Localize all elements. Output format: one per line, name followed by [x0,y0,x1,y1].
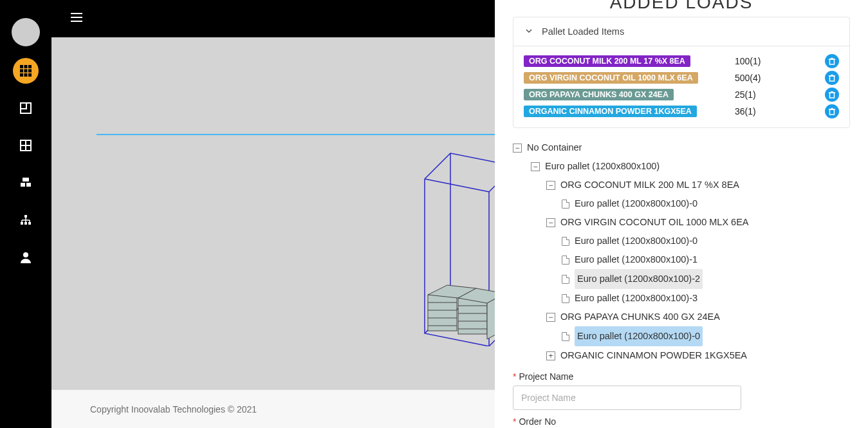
svg-rect-55 [830,93,835,98]
load-qty: 500(4) [735,73,818,83]
order-no-label: *Order No [513,416,850,427]
load-tag: ORG COCONUT MILK 200 ML 17 %X 8EA [524,55,690,67]
svg-rect-20 [28,222,31,225]
svg-rect-18 [21,222,23,225]
collapse-icon[interactable]: − [531,162,540,171]
svg-rect-14 [23,178,29,181]
project-name-input[interactable] [513,386,741,410]
svg-rect-10 [21,103,26,109]
svg-rect-58 [830,109,835,115]
collapse-icon[interactable]: − [513,144,522,153]
tree-node[interactable]: − ORG COCONUT MILK 200 ML 17 %X 8EA [513,176,850,194]
load-tag: ORGANIC CINNAMON POWDER 1KGX5EA [524,106,697,117]
load-tag: ORG PAPAYA CHUNKS 400 GX 24EA [524,89,674,100]
svg-rect-49 [830,59,835,64]
svg-rect-0 [20,65,23,68]
svg-rect-36 [428,295,457,331]
svg-rect-16 [26,183,31,187]
load-row: ORGANIC CINNAMON POWDER 1KGX5EA36(1) [524,103,839,120]
delete-load-button[interactable] [825,54,839,68]
delete-load-button[interactable] [825,88,839,102]
load-qty: 100(1) [735,56,818,66]
tree-node[interactable]: − Euro pallet (1200x800x100) [513,157,850,176]
svg-rect-19 [24,222,27,225]
tree-leaf[interactable]: Euro pallet (1200x800x100)-0 [513,326,850,346]
collapse-icon[interactable]: − [546,313,555,322]
load-row: ORG VIRGIN COCONUT OIL 1000 MLX 6EA500(4… [524,70,839,86]
collapse-icon[interactable]: − [546,181,555,190]
file-icon [562,275,569,284]
expand-icon[interactable]: + [546,351,555,360]
file-icon [562,256,569,265]
svg-rect-2 [28,65,32,68]
file-icon [562,294,569,303]
svg-rect-1 [24,65,28,68]
pallet-items-header[interactable]: Pallet Loaded Items [513,17,849,46]
tree-root[interactable]: − No Container [513,138,850,157]
delete-load-button[interactable] [825,71,839,85]
tree-leaf[interactable]: Euro pallet (1200x800x100)-3 [513,289,850,308]
section-header-text: Pallet Loaded Items [542,26,624,37]
file-icon [562,200,569,209]
nav-hierarchy-icon[interactable] [13,207,39,233]
svg-rect-17 [24,215,27,218]
tree-leaf[interactable]: Euro pallet (1200x800x100)-1 [513,250,850,269]
load-row: ORG PAPAYA CHUNKS 400 GX 24EA25(1) [524,86,839,103]
tree-node[interactable]: − ORG PAPAYA CHUNKS 400 GX 24EA [513,308,850,326]
svg-rect-6 [20,73,23,77]
nav-boxes-icon[interactable] [13,170,39,196]
svg-rect-15 [21,183,25,187]
added-loads-panel: ADDED LOADS Pallet Loaded Items ORG COCO… [495,0,868,428]
file-icon [562,332,569,341]
svg-line-34 [425,308,450,333]
tree-node[interactable]: + ORGANIC CINNAMON POWDER 1KGX5EA [513,346,850,365]
tree-leaf[interactable]: Euro pallet (1200x800x100)-0 [513,232,850,250]
project-name-label: *Project Name [513,371,850,382]
svg-rect-7 [24,73,28,77]
menu-toggle-icon[interactable] [69,10,84,27]
nav-user-icon[interactable] [13,245,39,270]
tree-leaf[interactable]: Euro pallet (1200x800x100)-2 [513,269,850,289]
load-qty: 25(1) [735,89,818,100]
chevron-down-icon [525,26,533,37]
svg-rect-52 [830,76,835,81]
tree-leaf[interactable]: Euro pallet (1200x800x100)-0 [513,194,850,213]
avatar[interactable] [12,18,40,46]
svg-rect-37 [458,298,487,334]
panel-title: ADDED LOADS [513,0,850,13]
delete-load-button[interactable] [825,104,839,118]
collapse-icon[interactable]: − [546,218,555,227]
svg-rect-8 [28,73,32,77]
svg-line-30 [425,179,489,192]
nav-grid-icon[interactable] [13,58,39,84]
svg-marker-38 [428,285,476,298]
file-icon [562,237,569,246]
nav-board-icon[interactable] [13,95,39,121]
tree-node[interactable]: − ORG VIRGIN COCONUT OIL 1000 MLX 6EA [513,213,850,232]
svg-rect-4 [24,70,28,73]
load-tag: ORG VIRGIN COCONUT OIL 1000 MLX 6EA [524,72,698,84]
svg-point-26 [23,252,28,257]
nav-layout-icon[interactable] [13,133,39,158]
load-row: ORG COCONUT MILK 200 ML 17 %X 8EA100(1) [524,53,839,70]
svg-rect-5 [28,70,32,73]
load-qty: 36(1) [735,106,818,116]
svg-rect-3 [20,70,23,73]
